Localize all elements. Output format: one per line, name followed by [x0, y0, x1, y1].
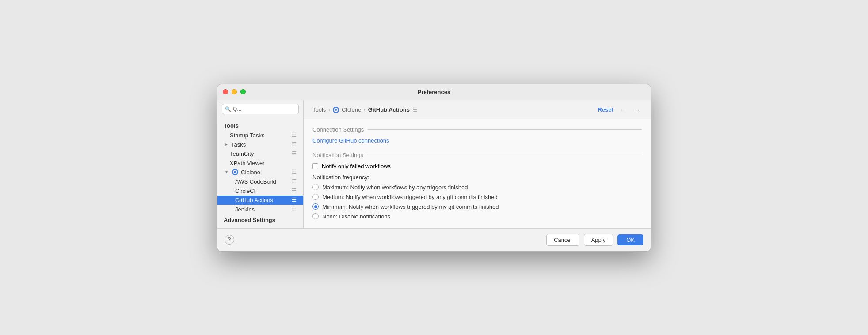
- radio-medium-label: Medium: Notify when workflows triggered …: [322, 194, 498, 200]
- sidebar-item-aws-codebuild[interactable]: AWS CodeBuild ☰: [217, 177, 303, 186]
- footer-left: ?: [225, 235, 234, 245]
- breadcrumb-tools: Tools: [312, 106, 326, 113]
- window-title: Preferences: [418, 89, 450, 95]
- cancel-button[interactable]: Cancel: [546, 234, 579, 246]
- panel-body: Connection Settings Configure GitHub con…: [304, 119, 651, 228]
- window-controls: [223, 89, 246, 94]
- teamcity-label: TeamCity: [230, 151, 254, 157]
- radio-none[interactable]: [312, 213, 319, 219]
- radio-minimum[interactable]: [312, 203, 319, 210]
- xpath-viewer-label: XPath Viewer: [230, 160, 265, 166]
- startup-tasks-settings-icon: ☰: [291, 132, 297, 138]
- panel-header-right: Reset ← →: [598, 105, 642, 114]
- teamcity-settings-icon: ☰: [291, 151, 297, 157]
- tasks-settings-icon: ☰: [291, 141, 297, 147]
- radio-none-label: None: Disable notifications: [322, 213, 390, 220]
- github-actions-settings-icon: ☰: [291, 197, 297, 203]
- sidebar-section-tools: Tools: [217, 120, 303, 131]
- jenkins-settings-icon: ☰: [291, 206, 297, 212]
- breadcrumb-settings-icon: ☰: [412, 107, 419, 113]
- notification-settings-label: Notification Settings: [312, 152, 642, 158]
- search-input[interactable]: [222, 104, 299, 114]
- panel-header: Tools › CIclone › GitHub Actions ☰ Reset…: [304, 100, 651, 119]
- startup-tasks-label: Startup Tasks: [230, 132, 265, 139]
- main-content: 🔍 Tools Startup Tasks ☰ ▶ Tasks: [217, 100, 651, 228]
- footer: ? Cancel Apply OK: [217, 228, 651, 251]
- notification-settings-section: Notification Settings Notify only failed…: [312, 152, 642, 220]
- aws-settings-icon: ☰: [291, 178, 297, 184]
- ciclone-label: CIclone: [241, 169, 260, 176]
- breadcrumb-github-actions: GitHub Actions: [368, 106, 410, 113]
- aws-codebuild-label: AWS CodeBuild: [235, 178, 276, 185]
- circleci-label: CircleCI: [235, 188, 255, 194]
- sidebar-section-advanced: Advanced Settings: [217, 214, 303, 225]
- notify-failed-workflows-row: Notify only failed workflows: [312, 163, 642, 169]
- nav-forward-button[interactable]: →: [632, 105, 642, 114]
- radio-medium-row: Medium: Notify when workflows triggered …: [312, 194, 642, 200]
- radio-maximum-label: Maximum: Notify when workflows by any tr…: [322, 184, 468, 191]
- sidebar-item-teamcity[interactable]: TeamCity ☰: [217, 149, 303, 158]
- ciclone-expand-icon: ▼: [225, 170, 228, 174]
- sidebar-item-tasks[interactable]: ▶ Tasks ☰: [217, 140, 303, 149]
- sidebar-item-ciclone[interactable]: ▼ CIclone ☰: [217, 168, 303, 177]
- sidebar-item-startup-tasks[interactable]: Startup Tasks ☰: [217, 131, 303, 140]
- breadcrumb: Tools › CIclone › GitHub Actions ☰: [312, 106, 419, 113]
- close-button[interactable]: [223, 89, 228, 94]
- radio-minimum-row: Minimum: Notify when workflows triggered…: [312, 203, 642, 210]
- radio-maximum-row: Maximum: Notify when workflows by any tr…: [312, 184, 642, 191]
- notify-failed-label: Notify only failed workflows: [322, 163, 391, 169]
- circleci-settings-icon: ☰: [291, 188, 297, 194]
- radio-maximum[interactable]: [312, 184, 319, 190]
- ciclone-nav-icon: [232, 169, 238, 175]
- search-icon: 🔍: [225, 106, 231, 112]
- configure-github-connections-link[interactable]: Configure GitHub connections: [312, 137, 389, 144]
- sidebar-item-jenkins[interactable]: Jenkins ☰: [217, 205, 303, 214]
- nav-back-button[interactable]: ←: [618, 105, 628, 114]
- minimize-button[interactable]: [232, 89, 237, 94]
- preferences-window: Preferences 🔍 Tools Startup Tasks ☰: [217, 84, 651, 252]
- sidebar: 🔍 Tools Startup Tasks ☰ ▶ Tasks: [217, 100, 304, 228]
- breadcrumb-sep-2: ›: [364, 107, 365, 113]
- radio-medium[interactable]: [312, 194, 319, 200]
- sidebar-item-xpath-viewer[interactable]: XPath Viewer: [217, 158, 303, 168]
- notify-failed-checkbox[interactable]: [312, 163, 318, 169]
- connection-settings-label: Connection Settings: [312, 126, 642, 133]
- footer-right: Cancel Apply OK: [546, 234, 643, 246]
- ok-button[interactable]: OK: [617, 234, 643, 245]
- breadcrumb-sep-1: ›: [328, 107, 330, 113]
- radio-minimum-label: Minimum: Notify when workflows triggered…: [322, 203, 499, 210]
- tasks-expand-icon: ▶: [225, 142, 228, 147]
- github-actions-label: GitHub Actions: [235, 197, 273, 203]
- panel: Tools › CIclone › GitHub Actions ☰ Reset…: [304, 100, 651, 228]
- breadcrumb-ciclone-icon: [333, 107, 339, 113]
- radio-none-row: None: Disable notifications: [312, 213, 642, 220]
- apply-button[interactable]: Apply: [584, 234, 613, 246]
- jenkins-label: Jenkins: [235, 206, 255, 213]
- help-button[interactable]: ?: [225, 235, 234, 245]
- tasks-label: Tasks: [231, 141, 246, 148]
- breadcrumb-ciclone: CIclone: [342, 106, 361, 113]
- titlebar: Preferences: [217, 84, 651, 100]
- maximize-button[interactable]: [240, 89, 246, 94]
- sidebar-item-circleci[interactable]: CircleCI ☰: [217, 186, 303, 196]
- reset-button[interactable]: Reset: [598, 106, 613, 113]
- search-box: 🔍: [222, 104, 299, 114]
- ciclone-settings-icon: ☰: [291, 169, 297, 175]
- sidebar-item-github-actions[interactable]: GitHub Actions ☰: [217, 196, 303, 205]
- frequency-label: Notification frequency:: [312, 174, 642, 181]
- sidebar-content: Tools Startup Tasks ☰ ▶ Tasks ☰: [217, 118, 303, 228]
